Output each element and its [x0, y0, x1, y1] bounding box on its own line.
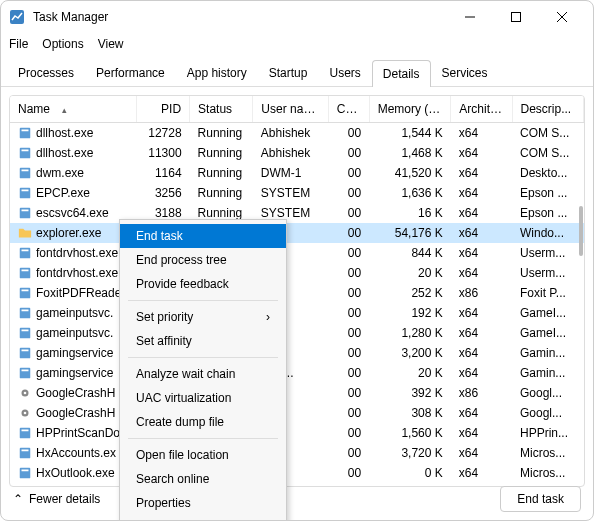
- process-icon: [18, 226, 32, 240]
- cell-user: Abhishek: [253, 123, 329, 144]
- title-bar: Task Manager: [1, 1, 593, 33]
- cell-cpu: 00: [328, 123, 369, 144]
- col-desc[interactable]: Descrip...: [512, 96, 583, 123]
- table-row[interactable]: gamingserviceM003,200 Kx64Gamin...: [10, 343, 584, 363]
- ctx-goto[interactable]: Go to service(s): [120, 515, 286, 521]
- menu-options[interactable]: Options: [42, 37, 83, 51]
- ctx-affinity[interactable]: Set affinity: [120, 329, 286, 353]
- process-name: escsvc64.exe: [36, 206, 109, 220]
- minimize-button[interactable]: [447, 1, 493, 33]
- cell-cpu: 00: [328, 143, 369, 163]
- cell-desc: Foxit P...: [512, 283, 583, 303]
- tab-services[interactable]: Services: [431, 59, 499, 86]
- tab-users[interactable]: Users: [318, 59, 371, 86]
- cell-arch: x64: [451, 443, 512, 463]
- svg-rect-10: [22, 170, 29, 172]
- menu-view[interactable]: View: [98, 37, 124, 51]
- svg-rect-37: [20, 468, 31, 479]
- ctx-props[interactable]: Properties: [120, 491, 286, 515]
- cell-arch: x86: [451, 383, 512, 403]
- table-row[interactable]: FoxitPDFReadeM00252 Kx86Foxit P...: [10, 283, 584, 303]
- svg-rect-18: [22, 270, 29, 272]
- cell-arch: x64: [451, 203, 512, 223]
- table-row[interactable]: EPCP.exe3256RunningSYSTEM001,636 Kx64Eps…: [10, 183, 584, 203]
- cell-cpu: 00: [328, 263, 369, 283]
- col-cpu[interactable]: CPU: [328, 96, 369, 123]
- svg-rect-38: [22, 470, 29, 472]
- table-row[interactable]: HPPrintScanDoM001,560 Kx64HPPrin...: [10, 423, 584, 443]
- cell-cpu: 00: [328, 363, 369, 383]
- process-name: fontdrvhost.exe: [36, 246, 118, 260]
- ctx-feedback[interactable]: Provide feedback: [120, 272, 286, 296]
- ctx-dump[interactable]: Create dump file: [120, 410, 286, 434]
- svg-rect-14: [22, 210, 29, 212]
- table-row[interactable]: GoogleCrashHM00392 Kx86Googl...: [10, 383, 584, 403]
- close-button[interactable]: [539, 1, 585, 33]
- svg-point-32: [24, 412, 27, 415]
- process-name: gamingservice: [36, 346, 113, 360]
- cell-desc: Googl...: [512, 383, 583, 403]
- tab-details[interactable]: Details: [372, 60, 431, 87]
- ctx-uac[interactable]: UAC virtualization: [120, 386, 286, 410]
- tab-processes[interactable]: Processes: [7, 59, 85, 86]
- window-title: Task Manager: [33, 10, 447, 24]
- ctx-end-task[interactable]: End task: [120, 224, 286, 248]
- table-row[interactable]: escsvc64.exe3188RunningSYSTEM0016 Kx64Ep…: [10, 203, 584, 223]
- process-icon: [18, 146, 32, 160]
- svg-rect-23: [20, 328, 31, 339]
- maximize-button[interactable]: [493, 1, 539, 33]
- scrollbar-thumb[interactable]: [579, 206, 583, 256]
- table-row[interactable]: gameinputsvc.M00192 Kx64GameI...: [10, 303, 584, 323]
- cell-arch: x64: [451, 123, 512, 144]
- table-row[interactable]: gamingservice. SE...0020 Kx64Gamin...: [10, 363, 584, 383]
- table-row[interactable]: dwm.exe1164RunningDWM-10041,520 Kx64Desk…: [10, 163, 584, 183]
- table-row[interactable]: dllhost.exe12728RunningAbhishek001,544 K…: [10, 123, 584, 144]
- table-row[interactable]: GoogleCrashHM00308 Kx64Googl...: [10, 403, 584, 423]
- cell-pid: 11300: [137, 143, 190, 163]
- fewer-details-toggle[interactable]: ⌃ Fewer details: [13, 492, 100, 506]
- menu-file[interactable]: File: [9, 37, 28, 51]
- cell-cpu: 00: [328, 443, 369, 463]
- cell-arch: x64: [451, 163, 512, 183]
- svg-rect-17: [20, 268, 31, 279]
- ctx-openloc[interactable]: Open file location: [120, 443, 286, 467]
- cell-mem: 1,544 K: [369, 123, 451, 144]
- svg-rect-26: [22, 350, 29, 352]
- table-row[interactable]: explorer.exehek0054,176 Kx64Windo...: [10, 223, 584, 243]
- svg-rect-12: [22, 190, 29, 192]
- col-arch[interactable]: Archite...: [451, 96, 512, 123]
- table-row[interactable]: HxAccounts.exhek003,720 Kx64Micros...: [10, 443, 584, 463]
- process-name: fontdrvhost.exe: [36, 266, 118, 280]
- table-row[interactable]: gameinputsvc.M001,280 Kx64GameI...: [10, 323, 584, 343]
- cell-user: SYSTEM: [253, 183, 329, 203]
- tab-performance[interactable]: Performance: [85, 59, 176, 86]
- cell-cpu: 00: [328, 183, 369, 203]
- col-user[interactable]: User name: [253, 96, 329, 123]
- process-name: dwm.exe: [36, 166, 84, 180]
- col-memory[interactable]: Memory (a...: [369, 96, 451, 123]
- ctx-analyze[interactable]: Analyze wait chain: [120, 362, 286, 386]
- cell-cpu: 00: [328, 243, 369, 263]
- process-name: dllhost.exe: [36, 126, 93, 140]
- table-row[interactable]: fontdrvhost.exe-20020 Kx64Userm...: [10, 263, 584, 283]
- cell-mem: 392 K: [369, 383, 451, 403]
- cell-mem: 54,176 K: [369, 223, 451, 243]
- ctx-priority[interactable]: Set priority›: [120, 305, 286, 329]
- process-name: FoxitPDFReade: [36, 286, 121, 300]
- col-name[interactable]: Name▴: [10, 96, 137, 123]
- tab-apphistory[interactable]: App history: [176, 59, 258, 86]
- tab-startup[interactable]: Startup: [258, 59, 319, 86]
- col-status[interactable]: Status: [190, 96, 253, 123]
- cell-desc: Epson ...: [512, 183, 583, 203]
- end-task-button[interactable]: End task: [500, 486, 581, 512]
- ctx-end-tree[interactable]: End process tree: [120, 248, 286, 272]
- cell-desc: COM S...: [512, 123, 583, 144]
- cell-mem: 252 K: [369, 283, 451, 303]
- cell-desc: HPPrin...: [512, 423, 583, 443]
- svg-rect-9: [20, 168, 31, 179]
- col-pid[interactable]: PID: [137, 96, 190, 123]
- process-name: dllhost.exe: [36, 146, 93, 160]
- ctx-search[interactable]: Search online: [120, 467, 286, 491]
- table-row[interactable]: dllhost.exe11300RunningAbhishek001,468 K…: [10, 143, 584, 163]
- table-row[interactable]: fontdrvhost.exe-100844 Kx64Userm...: [10, 243, 584, 263]
